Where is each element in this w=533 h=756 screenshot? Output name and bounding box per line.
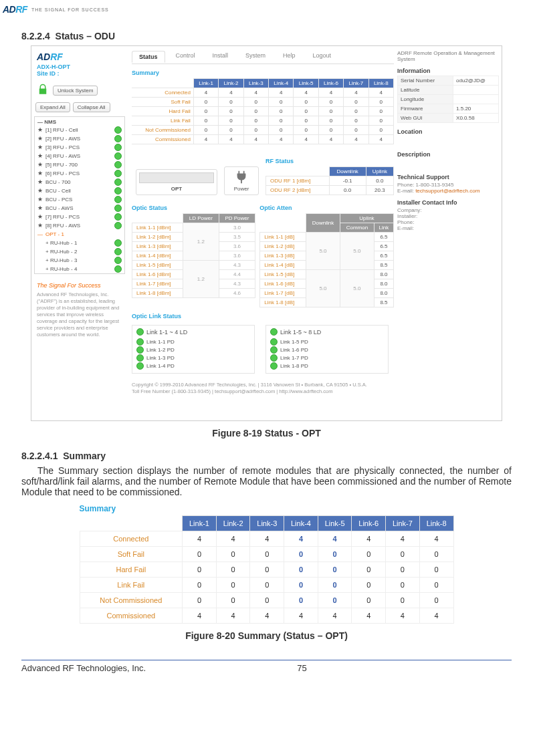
status-led-icon bbox=[114, 187, 122, 195]
optic-atten-table: DownlinkUplinkCommonLinkLink 1-1 [dB]5.0… bbox=[259, 213, 394, 307]
optic-status-title: Optic Status bbox=[132, 205, 255, 211]
logo-tagline: THE SIGNAL FOR SUCCESS bbox=[31, 7, 109, 12]
screenshot-summary-table: Summary Link-1Link-2Link-3Link-4Link-5Li… bbox=[80, 504, 454, 624]
optic-link-row: Link 1-5 PD bbox=[270, 338, 384, 346]
footer-page-number: 75 bbox=[297, 663, 306, 673]
expand-all-button[interactable]: Expand All bbox=[35, 102, 70, 112]
info-table: Serial Numberodu2@JD@LatitudeLongitudeFi… bbox=[397, 76, 499, 123]
tree-item[interactable]: ★BCU - PCS bbox=[35, 195, 124, 204]
tab-logout[interactable]: Logout bbox=[306, 50, 338, 62]
section-heading-summary: 8.2.2.4.1 Summary bbox=[21, 451, 512, 461]
status-led-icon bbox=[114, 257, 122, 264]
optic-link-status-right: Link 1-5 ~ 8 LD Link 1-5 PDLink 1-6 PDLi… bbox=[265, 325, 389, 374]
tree-root[interactable]: — NMS bbox=[35, 118, 124, 126]
tech-support-title: Technical Support bbox=[397, 174, 499, 180]
tree-item[interactable]: + RU-Hub - 4 bbox=[35, 265, 124, 273]
status-dot-icon bbox=[270, 362, 278, 370]
device-tree[interactable]: — NMS ★[1] RFU - Cell★[2] RFU - AWS★[3] … bbox=[34, 116, 125, 274]
status-dot-icon bbox=[136, 362, 144, 370]
logo-ad: AD bbox=[3, 4, 15, 15]
tree-item[interactable]: ★BCU - Cell bbox=[35, 186, 124, 195]
description-title: Description bbox=[397, 151, 499, 158]
status-dot-icon bbox=[270, 328, 278, 336]
summary-table: Link-1Link-2Link-3Link-4Link-5Link-6Link… bbox=[132, 78, 394, 144]
status-led-icon bbox=[114, 178, 122, 186]
optic-link-status-title: Optic Link Status bbox=[132, 313, 394, 320]
summary-title: Summary bbox=[132, 70, 394, 76]
tab-help[interactable]: Help bbox=[276, 50, 302, 62]
optic-link-row: Link 1-4 PD bbox=[136, 362, 250, 370]
logo-rf: RF bbox=[15, 4, 27, 15]
status-led-icon bbox=[114, 196, 122, 203]
figure-caption-1: Figure 8-19 Status - OPT bbox=[21, 428, 512, 438]
tree-item[interactable]: + RU-Hub - 1 bbox=[35, 239, 124, 247]
status-dot-icon bbox=[136, 346, 144, 354]
tree-item[interactable]: ★BCU - AWS bbox=[35, 204, 124, 213]
tree-item[interactable]: ★[2] RFU - AWS bbox=[35, 134, 124, 143]
status-led-icon bbox=[114, 205, 122, 212]
lock-icon bbox=[37, 84, 49, 97]
doc-header-logo: ADRF THE SIGNAL FOR SUCCESS bbox=[0, 0, 533, 15]
status-led-icon bbox=[114, 135, 122, 142]
tree-item[interactable]: ★[6] RFU - PCS bbox=[35, 169, 124, 178]
optic-link-row: Link 1-2 PD bbox=[136, 346, 250, 354]
installer-title: Installer Contact Info bbox=[397, 199, 499, 206]
location-title: Location bbox=[397, 128, 499, 135]
optic-link-row: Link 1-3 PD bbox=[136, 354, 250, 362]
footer-company: Advanced RF Technologies, Inc. bbox=[21, 663, 146, 673]
optic-link-row: Link 1-8 PD bbox=[270, 362, 384, 370]
tree-item-opt[interactable]: — OPT - 1 bbox=[35, 230, 124, 239]
tab-system[interactable]: System bbox=[239, 50, 272, 62]
page-footer: Advanced RF Technologies, Inc. 75 bbox=[21, 660, 512, 673]
optic-link-row: Link 1-7 PD bbox=[270, 354, 384, 362]
rf-status-table: DownlinkUplinkODU RF 1 [dBm]-0.10.0ODU R… bbox=[265, 166, 394, 195]
status-led-icon bbox=[114, 126, 122, 134]
optic-link-row: Link 1-1 PD bbox=[136, 338, 250, 346]
summary-paragraph: The Summary section displays the number … bbox=[21, 465, 512, 497]
status-led-icon bbox=[114, 161, 122, 168]
site-id-block: ADX-H-OPT Site ID : bbox=[37, 64, 128, 77]
slogan-text: The Signal For Success bbox=[37, 282, 125, 289]
rf-status-title: RF Status bbox=[265, 158, 394, 164]
collapse-all-button[interactable]: Collapse All bbox=[73, 102, 110, 112]
tree-item[interactable]: ★[1] RFU - Cell bbox=[35, 126, 124, 134]
tree-item[interactable]: ★[7] RFU - PCS bbox=[35, 213, 124, 221]
status-led-icon bbox=[114, 248, 122, 255]
status-led-icon bbox=[114, 144, 122, 151]
tab-install[interactable]: Install bbox=[206, 50, 235, 62]
tree-item[interactable]: + RU-Hub - 3 bbox=[35, 256, 124, 265]
tab-status[interactable]: Status bbox=[132, 51, 165, 63]
figure-caption-2: Figure 8-20 Summary (Status – OPT) bbox=[21, 630, 512, 641]
tech-phone: Phone: 1-800-313-9345 bbox=[397, 182, 499, 188]
installer-rows: Company:Installer:Phone:E-mail: bbox=[397, 207, 499, 231]
optic-status-table: LD PowerPD PowerLink 1-1 [dBm]1.23.0Link… bbox=[132, 213, 255, 298]
tree-item[interactable]: ★[4] RFU - AWS bbox=[35, 152, 124, 160]
status-led-icon bbox=[114, 213, 122, 221]
status-dot-icon bbox=[270, 354, 278, 362]
nav-tabs: StatusControlInstallSystemHelpLogout bbox=[132, 50, 394, 64]
company-blurb: Advanced RF Technologies, Inc. ("ADRF") … bbox=[37, 291, 125, 338]
section-heading-status-odu: 8.2.2.4 Status – ODU bbox=[21, 31, 512, 41]
copyright-text: Copyright © 1999-2010 Advanced RF Techno… bbox=[132, 382, 394, 395]
optic-link-status-left: Link 1-1 ~ 4 LD Link 1-1 PDLink 1-2 PDLi… bbox=[132, 325, 255, 374]
info-title: Information bbox=[397, 68, 499, 74]
unlock-system-button[interactable]: Unlock System bbox=[53, 86, 98, 96]
status-led-icon bbox=[114, 265, 122, 273]
app-logo: ADRF bbox=[37, 51, 128, 62]
system-title: ADRF Remote Operation & Management Syste… bbox=[397, 50, 499, 62]
status-dot-icon bbox=[136, 328, 144, 336]
status-dot-icon bbox=[270, 338, 278, 346]
tree-item[interactable]: ★[3] RFU - PCS bbox=[35, 143, 124, 152]
status-led-icon bbox=[114, 152, 122, 160]
power-plug-icon bbox=[232, 170, 251, 184]
tree-item[interactable]: ★[5] RFU - 700 bbox=[35, 160, 124, 169]
tree-item[interactable]: ★BCU - 700 bbox=[35, 178, 124, 186]
status-dot-icon bbox=[136, 338, 144, 346]
tree-item[interactable]: ★[8] RFU - AWS bbox=[35, 221, 124, 230]
status-dot-icon bbox=[270, 346, 278, 354]
status-dot-icon bbox=[136, 354, 144, 362]
tree-item[interactable]: + RU-Hub - 2 bbox=[35, 247, 124, 256]
optic-link-row: Link 1-6 PD bbox=[270, 346, 384, 354]
tech-email: E-mail: techsupport@adrftech.com bbox=[397, 188, 499, 194]
tab-control[interactable]: Control bbox=[169, 50, 202, 62]
